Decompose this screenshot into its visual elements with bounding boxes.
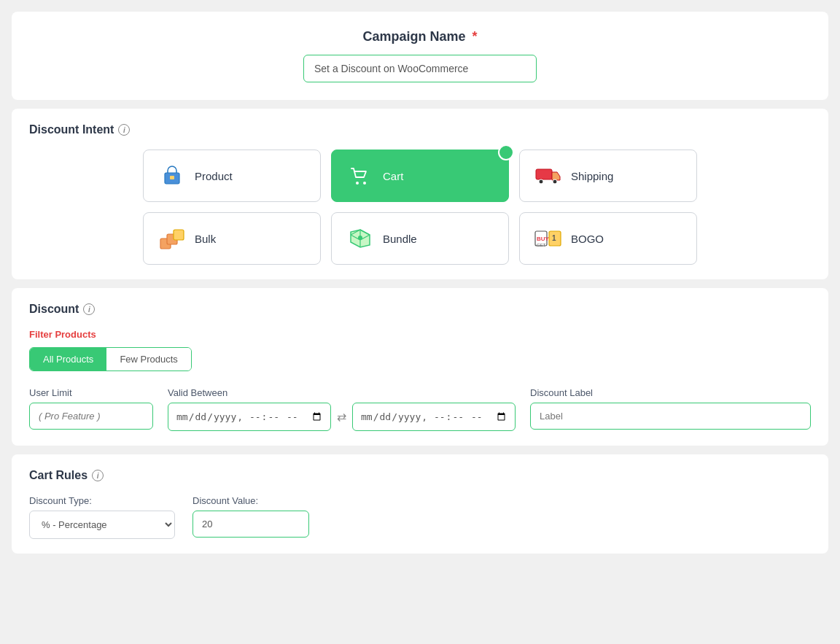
svg-text:GET: GET [537,243,546,247]
discount-value-group: Discount Value: [192,495,309,538]
valid-to-input[interactable] [352,403,516,431]
bogo-icon: BUY GET 1 [534,225,562,252]
bulk-card-label: Bulk [195,233,216,245]
product-icon [158,162,186,190]
svg-point-6 [553,179,557,184]
svg-rect-9 [174,230,184,240]
campaign-name-title: Campaign Name * [29,29,811,44]
discount-label-label: Discount Label [530,387,811,398]
valid-from-input[interactable] [168,403,331,431]
svg-point-2 [356,182,359,185]
cart-rules-info-icon[interactable]: i [92,470,104,481]
intent-card-bundle[interactable]: Bundle [331,212,509,265]
intent-card-bogo[interactable]: BUY GET 1 BOGO [519,212,697,265]
discount-label-input[interactable] [530,403,811,430]
few-products-button[interactable]: Few Products [106,348,190,371]
intent-card-cart[interactable]: Cart [331,150,509,202]
user-limit-input[interactable] [29,403,153,430]
discount-type-label: Discount Type: [29,495,175,506]
cart-rules-form-row: Discount Type: % - Percentage $ - Fixed … [29,495,811,539]
discount-value-input[interactable] [192,511,309,538]
discount-header: Discount i [29,303,811,316]
svg-rect-1 [170,176,174,179]
required-marker: * [472,29,478,44]
product-card-label: Product [195,170,233,182]
svg-point-3 [363,182,366,185]
svg-point-5 [539,179,543,184]
date-range-arrows-icon: ⇄ [337,410,346,424]
campaign-name-input[interactable] [303,55,537,82]
svg-text:BUY: BUY [537,236,550,242]
svg-point-10 [358,236,362,240]
filter-products-toggle: All Products Few Products [29,347,192,371]
user-limit-label: User Limit [29,387,153,398]
filter-products-label: Filter Products [29,329,811,340]
cart-check-badge [498,144,514,160]
discount-value-label: Discount Value: [192,495,309,506]
intent-card-shipping[interactable]: Shipping [519,150,697,202]
cart-card-label: Cart [383,170,403,182]
bogo-card-label: BOGO [571,233,604,245]
discount-intent-header: Discount Intent i [29,123,811,136]
svg-rect-4 [536,169,552,179]
cart-rules-header: Cart Rules i [29,469,811,482]
bulk-icon [158,225,186,252]
all-products-button[interactable]: All Products [30,348,106,371]
cart-rules-section: Cart Rules i Discount Type: % - Percenta… [12,454,828,554]
discount-intent-section: Discount Intent i Product [12,109,828,279]
intent-cards-grid: Product Cart [143,150,697,265]
intent-card-product[interactable]: Product [143,150,321,202]
svg-text:1: 1 [552,234,556,242]
discount-type-select[interactable]: % - Percentage $ - Fixed Amount [29,511,175,539]
shipping-icon [534,162,562,190]
discount-info-icon[interactable]: i [83,303,95,315]
intent-card-bulk[interactable]: Bulk [143,212,321,265]
date-range-row: ⇄ [168,403,516,431]
discount-section: Discount i Filter Products All Products … [12,288,828,446]
campaign-name-section: Campaign Name * [12,12,828,100]
discount-form-row: User Limit Valid Between ⇄ Discount Labe… [29,387,811,431]
user-limit-group: User Limit [29,387,153,430]
valid-between-label: Valid Between [168,387,516,398]
discount-intent-info-icon[interactable]: i [118,124,130,136]
valid-between-group: Valid Between ⇄ [168,387,516,431]
bundle-icon [346,225,374,252]
discount-label-group: Discount Label [530,387,811,430]
shipping-card-label: Shipping [571,170,613,182]
cart-icon [346,162,374,190]
discount-type-group: Discount Type: % - Percentage $ - Fixed … [29,495,175,539]
bundle-card-label: Bundle [383,233,417,245]
